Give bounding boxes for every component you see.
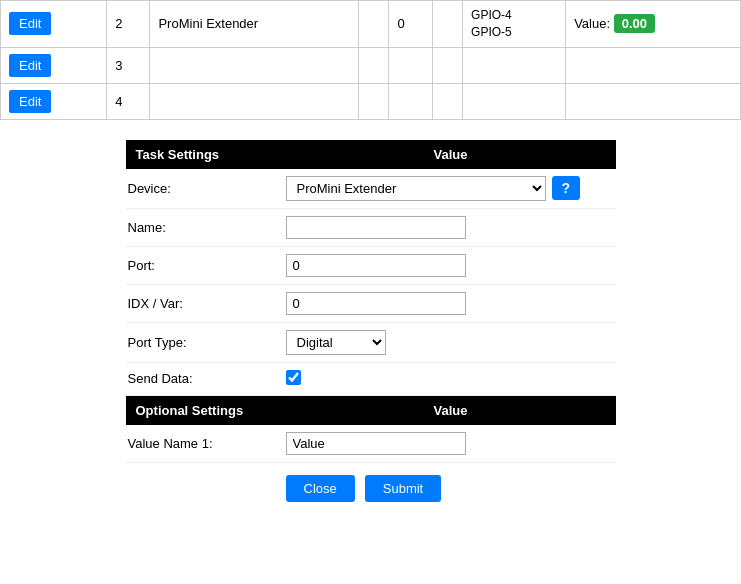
port-row: Port: [126,247,616,285]
row-gpio: GPIO-4GPIO-5 [463,1,566,48]
row-col5 [432,47,462,83]
action-row: Close Submit [126,463,616,508]
row-device [150,47,359,83]
edit-button[interactable]: Edit [9,90,51,113]
device-select[interactable]: ProMini Extender [286,176,546,201]
name-input[interactable] [286,216,466,239]
task-settings-header-left: Task Settings [126,140,286,169]
edit-button[interactable]: Edit [9,54,51,77]
idx-input[interactable] [286,292,466,315]
row-gpio [463,83,566,119]
row-num: 2 [107,1,150,48]
row-device [150,83,359,119]
row-num: 3 [107,47,150,83]
row-col3 [359,1,389,48]
top-table: Edit2ProMini Extender0GPIO-4GPIO-5Value:… [0,0,741,120]
submit-button[interactable]: Submit [365,475,441,502]
optional-settings-form: Value Name 1: [126,425,616,463]
value-badge: 0.00 [614,14,655,33]
row-value-cell: Value: 0.00 [566,1,741,48]
name-value [286,216,616,239]
name-row: Name: [126,209,616,247]
row-num: 4 [107,83,150,119]
settings-panel: Task Settings Value Device: ProMini Exte… [126,140,616,508]
help-button[interactable]: ? [552,176,581,200]
device-label: Device: [126,181,286,196]
row-col3 [359,47,389,83]
row-col5 [432,83,462,119]
idx-row: IDX / Var: [126,285,616,323]
task-settings-form: Device: ProMini Extender ? Name: Port: [126,169,616,396]
idx-value [286,292,616,315]
row-port: 0 [389,1,432,48]
device-value: ProMini Extender ? [286,176,616,201]
task-settings-header: Task Settings Value [126,140,616,169]
idx-label: IDX / Var: [126,296,286,311]
send-data-checkbox[interactable] [286,370,301,385]
row-port [389,83,432,119]
row-value-cell [566,83,741,119]
row-col5 [432,1,462,48]
row-col3 [359,83,389,119]
value-name-1-label: Value Name 1: [126,436,286,451]
send-data-row: Send Data: [126,363,616,396]
row-device: ProMini Extender [150,1,359,48]
port-type-select[interactable]: DigitalAnalogPWM [286,330,386,355]
row-port [389,47,432,83]
value-name-1-input[interactable] [286,432,466,455]
device-row: Device: ProMini Extender ? [126,169,616,209]
close-button[interactable]: Close [286,475,355,502]
task-settings-header-right: Value [286,140,616,169]
row-gpio [463,47,566,83]
port-value [286,254,616,277]
row-value-cell [566,47,741,83]
port-input[interactable] [286,254,466,277]
optional-settings-header: Optional Settings Value [126,396,616,425]
value-name-1-value [286,432,616,455]
optional-settings-header-right: Value [286,396,616,425]
edit-button[interactable]: Edit [9,12,51,35]
port-type-value: DigitalAnalogPWM [286,330,616,355]
optional-settings-header-left: Optional Settings [126,396,286,425]
value-name-1-row: Value Name 1: [126,425,616,463]
port-type-row: Port Type: DigitalAnalogPWM [126,323,616,363]
port-label: Port: [126,258,286,273]
send-data-label: Send Data: [126,371,286,386]
port-type-label: Port Type: [126,335,286,350]
name-label: Name: [126,220,286,235]
send-data-value [286,370,616,388]
